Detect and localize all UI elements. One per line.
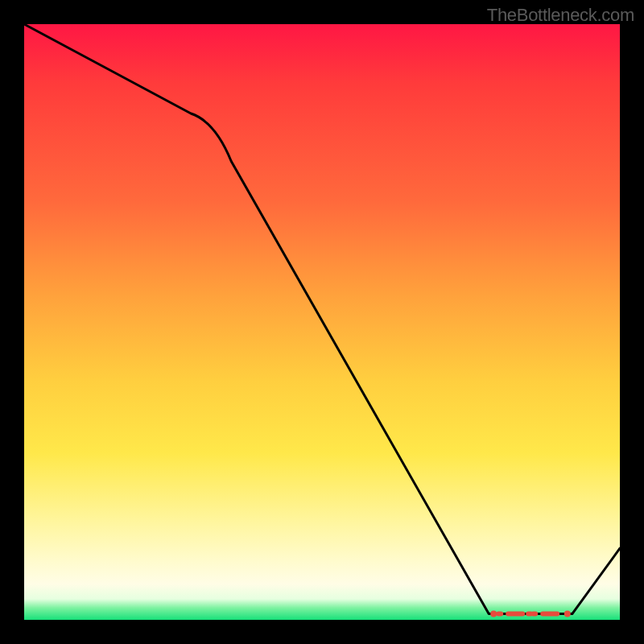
chart-stage: TheBottleneck.com bbox=[0, 0, 644, 644]
svg-point-2 bbox=[564, 611, 571, 617]
data-line bbox=[24, 24, 620, 614]
flat-segment-marker bbox=[490, 611, 571, 617]
plot-area bbox=[24, 24, 620, 620]
chart-svg bbox=[24, 24, 620, 620]
attribution-label: TheBottleneck.com bbox=[487, 5, 634, 26]
svg-point-0 bbox=[490, 611, 497, 617]
